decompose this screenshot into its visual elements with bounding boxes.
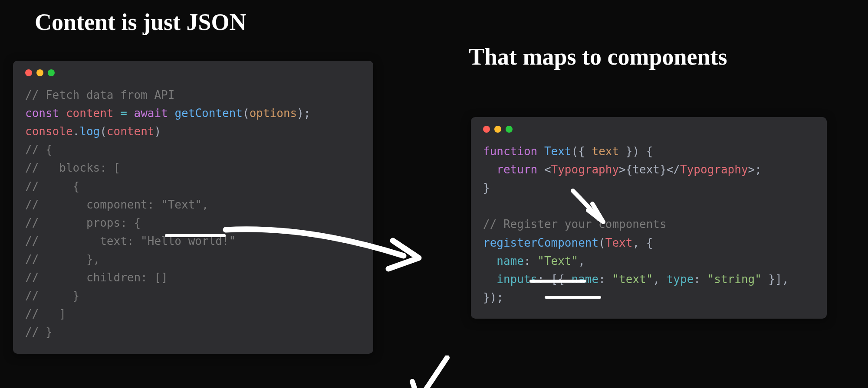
code-token: ; (304, 107, 311, 120)
code-token: , (578, 254, 585, 267)
code-token: const (25, 107, 59, 120)
code-token: content (107, 125, 155, 138)
code-token: { (639, 145, 653, 158)
code-token: await (134, 107, 168, 120)
code-token: ) (632, 145, 639, 158)
code-token: , (782, 273, 789, 286)
code-token: Text (544, 145, 572, 158)
code-token: ( (243, 107, 250, 120)
code-token: Typography (680, 163, 748, 176)
code-token: [{ (551, 273, 572, 286)
annotation-underline-icon (165, 234, 226, 237)
code-token: { (646, 236, 653, 249)
code-token: } (660, 163, 667, 176)
code-token: = (120, 107, 127, 120)
code-token (483, 254, 496, 267)
code-window-component: function Text({ text }) { return <Typogr… (471, 117, 827, 319)
code-token: ) (154, 125, 161, 138)
code-token: : (694, 273, 707, 286)
code-token: . (73, 125, 80, 138)
code-token: Text (605, 236, 633, 249)
code-line: // } (25, 289, 79, 302)
code-token: > (748, 163, 755, 176)
code-token: Typography (551, 163, 619, 176)
code-line: // }, (25, 253, 100, 266)
code-line: // } (25, 326, 53, 339)
code-token: > (619, 163, 626, 176)
code-token: : (537, 273, 551, 286)
code-token: : (524, 254, 537, 267)
code-line: // blocks: [ (25, 161, 120, 174)
code-token: ( (598, 236, 605, 249)
code-token: content (66, 107, 114, 120)
code-line: // props: { (25, 216, 141, 229)
code-token: ( (100, 125, 107, 138)
code-token: getContent (174, 107, 243, 120)
code-token: name (496, 254, 524, 267)
code-token: text (632, 163, 660, 176)
traffic-lights (25, 69, 361, 76)
close-icon (25, 69, 32, 76)
code-token: inputs (496, 273, 537, 286)
code-line: }); (483, 291, 503, 304)
code-line: // Fetch data from API (25, 88, 174, 101)
code-token: "string" (707, 273, 762, 286)
code-token: : (598, 273, 612, 286)
code-block-left: // Fetch data from API const content = a… (25, 86, 361, 342)
code-line: // { (25, 143, 53, 156)
code-token: , (632, 236, 646, 249)
code-line: // component: "Text", (25, 198, 209, 211)
heading-right: That maps to components (469, 43, 727, 70)
code-token: "text" (612, 273, 653, 286)
code-line: // children: [] (25, 271, 168, 284)
code-token: console (25, 125, 73, 138)
heading-left: Content is just JSON (35, 9, 247, 36)
code-token: registerComponent (483, 236, 598, 249)
code-token (483, 273, 496, 286)
code-token: { (578, 145, 592, 158)
minimize-icon (494, 126, 501, 133)
maximize-icon (506, 126, 513, 133)
traffic-lights (483, 126, 815, 133)
code-line: // Register your components (483, 218, 667, 231)
code-token: name (572, 273, 599, 286)
code-token: ; (755, 163, 762, 176)
code-window-json: // Fetch data from API const content = a… (13, 61, 373, 354)
code-token: ) (297, 107, 304, 120)
code-line: } (483, 181, 490, 194)
code-token: function (483, 145, 537, 158)
code-line: // { (25, 180, 79, 193)
code-token: } (619, 145, 632, 158)
code-token: }] (762, 273, 782, 286)
code-token: , (653, 273, 666, 286)
code-token: text (592, 145, 619, 158)
code-line: // ] (25, 307, 66, 320)
code-token: log (79, 125, 100, 138)
arrow-down-icon (399, 355, 460, 388)
close-icon (483, 126, 490, 133)
minimize-icon (36, 69, 43, 76)
code-token: { (626, 163, 633, 176)
code-token: options (250, 107, 297, 120)
code-token: </ (667, 163, 680, 176)
code-token: type (667, 273, 694, 286)
annotation-underline-icon (529, 280, 586, 283)
code-token: return (483, 163, 544, 176)
code-token: < (544, 163, 551, 176)
code-token: ( (572, 145, 579, 158)
annotation-underline-icon (545, 296, 601, 299)
maximize-icon (48, 69, 55, 76)
code-token: "Text" (537, 254, 578, 267)
